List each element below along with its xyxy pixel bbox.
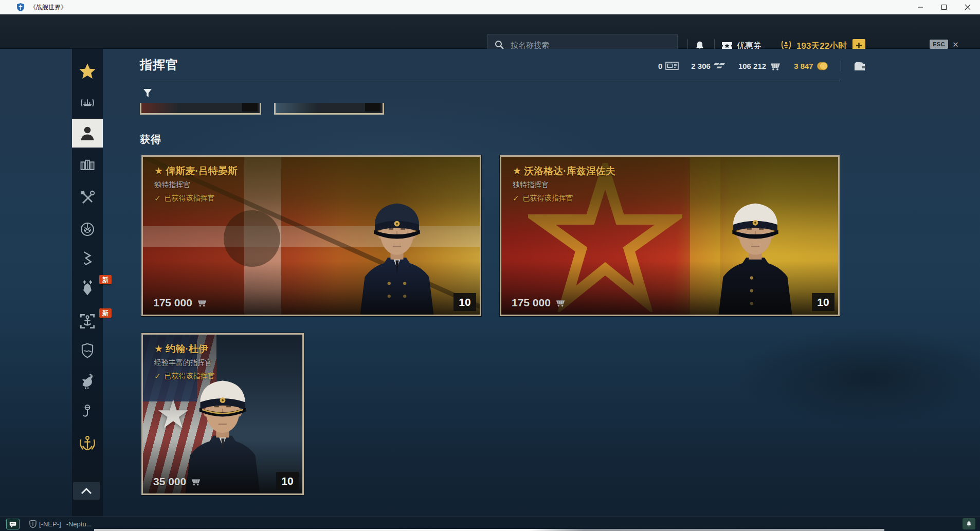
- new-badge: 新: [99, 275, 112, 284]
- app-window: 《战舰世界》: [0, 0, 980, 531]
- sidebar-item-ribbon-campaign[interactable]: [72, 244, 103, 273]
- chat-button[interactable]: [6, 519, 20, 529]
- close-button[interactable]: [956, 0, 979, 14]
- taskbar-edge: [94, 529, 884, 531]
- commander-type: 独特指挥官: [513, 180, 549, 190]
- commander-type: 独特指挥官: [154, 180, 190, 190]
- deer-event-icon: [78, 279, 97, 297]
- ribbon-flag-icon: [79, 250, 96, 267]
- window-title: 《战舰世界》: [30, 0, 67, 14]
- rooster-icon: [78, 372, 97, 391]
- app-shield-icon: [16, 3, 25, 12]
- gold-star-icon: [78, 62, 97, 81]
- price-row: 175 000: [153, 297, 208, 309]
- price-row: 175 000: [512, 297, 566, 309]
- sidebar-item-naval-battles[interactable]: [72, 430, 103, 459]
- partial-commander-card[interactable]: 10: [274, 103, 384, 115]
- sidebar-item-dockyard-event[interactable]: [72, 307, 103, 336]
- sidebar-item-clan-shield[interactable]: [72, 336, 103, 365]
- check-icon: ✓: [154, 372, 161, 381]
- coal-icon: [769, 61, 782, 71]
- partial-commander-card[interactable]: 10: [140, 103, 261, 115]
- containers-icon: [79, 157, 96, 174]
- banknote-icon: [665, 62, 679, 70]
- coal-icon: [190, 477, 202, 486]
- commander-card-lutjens[interactable]: ★ 俾斯麦·吕特晏斯 独特指挥官 ✓ 已获得该指挥官 175 000 10: [141, 155, 481, 316]
- game-topbar: 优惠券 193天22小时 ESC ✕: [0, 14, 980, 49]
- filter-funnel-icon: [142, 88, 153, 98]
- sidebar-item-rooster-event[interactable]: [72, 367, 103, 396]
- currency-steel[interactable]: 2 306: [691, 62, 726, 70]
- sidebar-item-commanders[interactable]: [72, 119, 103, 148]
- clan-shield-icon: [29, 520, 37, 528]
- sidebar-item-knot-emblem[interactable]: [72, 215, 103, 244]
- commander-card-kuznetsov[interactable]: ★ 沃洛格达·库兹涅佐夫 独特指挥官 ✓ 已获得该指挥官 175 000 10: [500, 155, 840, 316]
- currency-doubloons[interactable]: 3 847: [794, 61, 828, 71]
- sidebar-item-containers[interactable]: [72, 151, 103, 180]
- steel-icon: [714, 62, 726, 70]
- currency-coal[interactable]: 106 212: [738, 61, 782, 71]
- esc-key-badge[interactable]: ESC: [930, 40, 948, 49]
- ship-wreath-icon: [79, 94, 96, 112]
- status-text: 已获得该指挥官: [165, 372, 215, 381]
- banknote-value: 0: [658, 62, 662, 70]
- points-badge: 10: [365, 103, 380, 112]
- maximize-button[interactable]: [932, 0, 956, 14]
- doubloons-value: 3 847: [794, 62, 813, 70]
- skill-points-badge: 10: [276, 472, 299, 490]
- steel-value: 2 306: [691, 62, 711, 70]
- coal-icon: [196, 298, 208, 307]
- check-icon: ✓: [513, 194, 519, 203]
- price-value: 35 000: [153, 475, 186, 488]
- coal-icon: [555, 298, 566, 307]
- bell-icon: [966, 520, 972, 527]
- tools-icon: [79, 189, 96, 206]
- gold-laurel-anchor-icon: [78, 434, 97, 454]
- skill-points-badge: 10: [812, 293, 834, 311]
- chat-bubble-icon: [9, 521, 17, 528]
- commander-status: ✓ 已获得该指挥官: [154, 372, 215, 381]
- price-row: 35 000: [153, 475, 202, 488]
- wallet-icon: [854, 61, 866, 71]
- wallet-button[interactable]: [854, 61, 866, 71]
- shield-wave-icon: [79, 342, 96, 359]
- esc-close-icon[interactable]: ✕: [952, 41, 959, 48]
- skill-points-badge: 10: [453, 293, 476, 311]
- doubloons-icon: [816, 61, 828, 71]
- section-title-acquired: 获得: [140, 133, 161, 147]
- status-text: 已获得该指挥官: [523, 194, 573, 203]
- commander-status: ✓ 已获得该指挥官: [154, 194, 215, 203]
- currency-banknotes[interactable]: 0: [658, 62, 679, 70]
- filter-button[interactable]: [141, 86, 154, 100]
- commander-card-john-doe[interactable]: ★ ★ 约翰·杜伊 经验丰富的指挥官 ✓ 已获得该指挥官: [141, 333, 304, 495]
- divider: [841, 61, 841, 71]
- windows-titlebar: 《战舰世界》: [0, 0, 980, 14]
- minimize-button[interactable]: [909, 0, 932, 14]
- points-badge: 10: [242, 103, 258, 112]
- hook-wheel-icon: [79, 403, 96, 419]
- chevron-up-icon: [80, 487, 93, 495]
- commander-name: ★ 俾斯麦·吕特晏斯: [154, 164, 238, 178]
- distant-landmass: [735, 329, 980, 427]
- coal-value: 106 212: [738, 62, 766, 70]
- dragon-anchor-emblem-icon: [78, 312, 97, 331]
- sidebar-collapse-button[interactable]: [73, 482, 100, 500]
- sidebar-item-hook-event[interactable]: [72, 397, 103, 426]
- page-title: 指挥官: [140, 57, 178, 73]
- sidebar-item-modernization[interactable]: [72, 183, 103, 212]
- status-text: 已获得该指挥官: [165, 194, 215, 203]
- commander-person-icon: [78, 124, 97, 142]
- price-value: 175 000: [153, 297, 192, 309]
- status-notifications-button[interactable]: [963, 518, 975, 529]
- player-name: -Neptu...: [66, 520, 92, 528]
- clan-tag: [-NEP-]: [39, 520, 61, 528]
- sidebar-item-deer-event[interactable]: [72, 273, 103, 302]
- search-input[interactable]: [510, 40, 671, 50]
- check-icon: ✓: [154, 194, 161, 203]
- commander-name: ★ 沃洛格达·库兹涅佐夫: [513, 164, 615, 178]
- player-status[interactable]: [-NEP-] -Neptu...: [39, 517, 92, 531]
- sidebar-item-ship-awards[interactable]: [72, 88, 103, 117]
- price-value: 175 000: [512, 297, 551, 309]
- commander-name: ★ 约翰·杜伊: [154, 342, 208, 356]
- sidebar-item-premium-shop[interactable]: [72, 57, 103, 86]
